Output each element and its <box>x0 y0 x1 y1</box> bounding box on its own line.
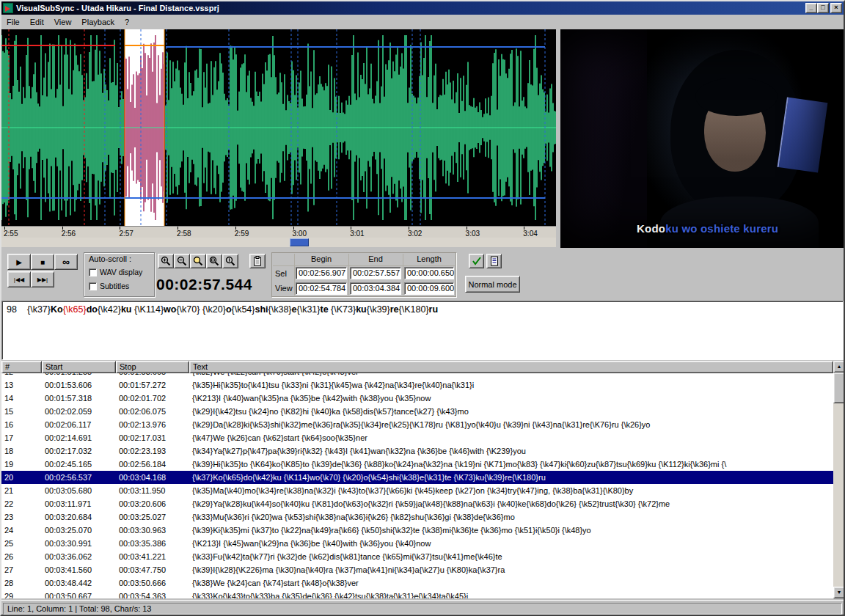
time-panel: Begin End Length Sel View 00:02:56.907 0… <box>271 252 456 297</box>
table-cell: 19 <box>1 458 42 471</box>
waveform-scrollbar-thumb[interactable] <box>290 238 309 246</box>
table-row[interactable]: 1200:01:51.25800:01:53.605{\k32}We {\k22… <box>1 373 833 378</box>
table-cell: 25 <box>1 537 42 550</box>
zoom-vertical-button[interactable] <box>222 254 238 268</box>
table-cell: 00:03:54.363 <box>116 590 189 598</box>
table-cell: 00:02:13.976 <box>116 418 189 431</box>
column-header-text[interactable]: Text <box>189 361 833 373</box>
table-cell: 00:03:35.386 <box>116 537 189 550</box>
clipboard-button[interactable] <box>249 254 266 268</box>
editor-line-number: 98 <box>7 304 17 315</box>
waveform-scrollbar[interactable] <box>1 238 556 247</box>
play-button[interactable]: ▶ <box>7 254 31 270</box>
column-header-number[interactable]: # <box>1 361 42 373</box>
table-cell: 00:03:47.750 <box>116 563 189 576</box>
table-cell: 22 <box>1 497 42 510</box>
wav-display-checkbox-row[interactable]: WAV display <box>89 268 142 276</box>
subtitles-checkbox[interactable] <box>89 282 97 290</box>
table-row[interactable]: 2100:03:05.68000:03:11.950{\k35}Ma{\k40}… <box>1 484 833 497</box>
table-cell: {\k29}Ya{\k28}ku{\k44}so{\k40}ku {\K81}d… <box>189 497 833 510</box>
table-cell: 00:03:11.950 <box>116 484 189 497</box>
menu-bar: File Edit View Playback ? <box>1 15 844 29</box>
table-row[interactable]: 1400:01:57.31800:02:01.702{\K213}I {\k40… <box>1 392 833 405</box>
skip-start-button[interactable]: |◀◀ <box>7 271 31 287</box>
table-row[interactable]: 2300:03:20.68400:03:25.027{\k33}Mu{\k36}… <box>1 510 833 524</box>
karaoke-syllable: wo <box>164 304 176 315</box>
current-time-display: 00:02:57.544 <box>156 276 252 293</box>
log-button[interactable] <box>486 254 502 268</box>
sel-begin-field[interactable]: 00:02:56.907 <box>296 267 347 279</box>
table-cell: {\k29}I{\k42}tsu {\k24}no {\K82}hi {\k40… <box>189 405 833 418</box>
title-bar[interactable]: VisualSubSync - Utada Hikaru - Final Dis… <box>1 1 844 15</box>
column-header-stop[interactable]: Stop <box>116 361 189 373</box>
menu-file[interactable]: File <box>1 16 25 28</box>
loop-button[interactable]: ∞ <box>54 254 78 270</box>
table-cell: 26 <box>1 550 42 563</box>
zoom-selection-button[interactable] <box>190 254 206 268</box>
table-row[interactable]: 1900:02:45.16500:02:56.184{\k39}Hi{\k35}… <box>1 458 833 471</box>
table-row[interactable]: 2700:03:41.56000:03:47.750{\k39}I{\k28}{… <box>1 563 833 576</box>
table-row[interactable]: 1500:02:02.05900:02:06.075{\k29}I{\k42}t… <box>1 405 833 418</box>
table-row[interactable]: 2200:03:11.97100:03:20.606{\k29}Ya{\k28}… <box>1 497 833 510</box>
menu-view[interactable]: View <box>49 16 77 28</box>
stop-button[interactable]: ■ <box>31 254 54 270</box>
scroll-down-button[interactable]: ▼ <box>833 587 845 598</box>
waveform-display[interactable] <box>1 29 556 226</box>
zoom-out-button[interactable] <box>174 254 190 268</box>
table-cell: 00:03:11.971 <box>42 497 116 510</box>
normal-mode-button[interactable]: Normal mode <box>465 276 520 293</box>
table-row[interactable]: 1700:02:14.69100:02:17.031{\k47}We {\k26… <box>1 431 833 444</box>
ruler-time-label: 2:57 <box>119 230 133 238</box>
sel-length-field[interactable]: 00:00:00.650 <box>404 267 454 279</box>
karaoke-tag: {\K73} <box>331 304 356 315</box>
table-scrollbar-thumb[interactable] <box>833 373 845 403</box>
table-row[interactable]: 1300:01:53.60600:01:57.272{\k35}Hi{\k35}… <box>1 378 833 392</box>
view-begin-field[interactable]: 00:02:54.784 <box>296 282 347 295</box>
table-cell: 00:02:02.059 <box>42 405 116 418</box>
sel-end-field[interactable]: 00:02:57.557 <box>350 267 401 279</box>
column-header-start[interactable]: Start <box>42 361 116 373</box>
wav-display-label: WAV display <box>100 268 142 276</box>
menu-playback[interactable]: Playback <box>76 16 120 28</box>
zoom-in-button[interactable] <box>158 254 174 268</box>
ruler-time-label: 3:04 <box>523 230 537 238</box>
table-cell: {\k39}Ki{\k35}mi {\k37}to {\k22}na{\k49}… <box>189 524 833 537</box>
close-button[interactable]: × <box>830 3 842 13</box>
scroll-up-button[interactable]: ▲ <box>833 361 845 373</box>
table-cell: 23 <box>1 510 42 524</box>
error-check-button[interactable] <box>469 254 484 268</box>
menu-edit[interactable]: Edit <box>25 16 49 28</box>
zoom-in-icon <box>161 256 171 266</box>
subtitles-checkbox-row[interactable]: Subtitles <box>89 282 129 290</box>
table-cell: 00:03:30.963 <box>116 524 189 537</box>
normal-mode-label: Normal mode <box>468 280 516 289</box>
karaoke-tag: {\K180} <box>399 304 429 315</box>
view-end-field[interactable]: 00:03:04.384 <box>350 282 401 295</box>
document-icon <box>489 256 500 266</box>
menu-help[interactable]: ? <box>120 16 134 28</box>
subtitle-table: # Start Stop Text 1200:01:51.25800:01:53… <box>1 361 833 598</box>
window-title: VisualSubSync - Utada Hikaru - Final Dis… <box>16 4 219 12</box>
table-row[interactable]: 2900:03:50.66700:03:54.363{\k33}Ko{\k43}… <box>1 590 833 598</box>
table-scrollbar[interactable]: ▲ ▼ <box>833 361 845 598</box>
view-length-field[interactable]: 00:00:09.600 <box>404 282 454 295</box>
skip-end-button[interactable]: ▶▶| <box>31 271 54 287</box>
maximize-button[interactable]: □ <box>817 3 829 13</box>
table-cell: 00:03:25.027 <box>116 510 189 524</box>
karaoke-syllable: Ko <box>51 304 63 315</box>
table-row[interactable]: 2000:02:56.53700:03:04.168{\k37}Ko{\k65}… <box>1 471 833 484</box>
table-cell: {\k35}Ma{\k40}mo{\k34}re{\k38}na{\k32}i … <box>189 484 833 497</box>
editor-line-text[interactable]: {\k37}Ko{\k65}do{\k42}ku {\K114}wo{\k70}… <box>27 304 438 315</box>
table-row[interactable]: 2400:03:25.07000:03:30.963{\k39}Ki{\k35}… <box>1 524 833 537</box>
wav-display-checkbox[interactable] <box>89 268 97 276</box>
zoom-all-button[interactable] <box>206 254 222 268</box>
subtitle-editor[interactable]: 98 {\k37}Ko{\k65}do{\k42}ku {\K114}wo{\k… <box>1 301 844 360</box>
table-row[interactable]: 1600:02:06.11700:02:13.976{\k29}Da{\k28}… <box>1 418 833 431</box>
table-row[interactable]: 2500:03:30.99100:03:35.386{\K213}I {\k45… <box>1 537 833 550</box>
table-cell: 18 <box>1 444 42 458</box>
minimize-button[interactable]: _ <box>805 3 817 13</box>
table-row[interactable]: 1800:02:17.03200:02:23.193{\k34}Ya{\k27}… <box>1 444 833 458</box>
zoom-vertical-icon <box>225 256 235 266</box>
table-row[interactable]: 2600:03:36.06200:03:41.221{\k33}Fu{\k42}… <box>1 550 833 563</box>
table-row[interactable]: 2800:03:48.44200:03:50.666{\k38}We {\k24… <box>1 576 833 590</box>
